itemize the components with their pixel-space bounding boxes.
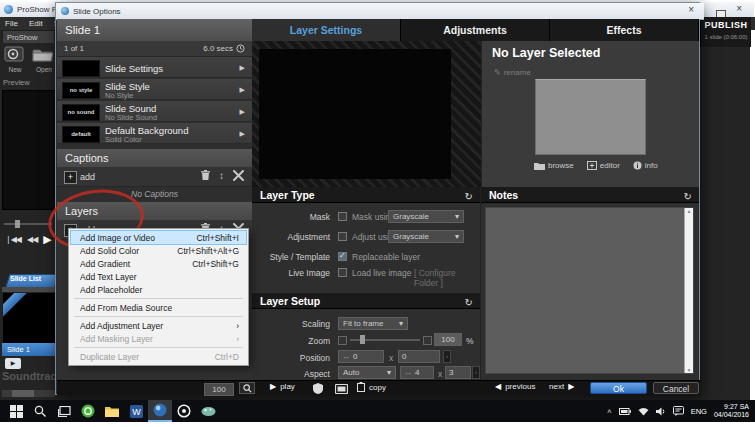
aspect-w-input[interactable]: ↔ 4	[400, 366, 434, 379]
scroll-down-icon[interactable]: ▼	[687, 367, 692, 373]
menu-item-add-text-layer[interactable]: Add Text Layer	[71, 270, 246, 283]
scrollbar-thumb[interactable]	[12, 390, 34, 397]
tray-expand-icon[interactable]: ˄	[607, 407, 612, 416]
language-indicator[interactable]: ENG	[691, 407, 707, 416]
wizard-tab[interactable]: ProShow	[2, 30, 55, 43]
previous-button[interactable]: ◀ previous	[495, 382, 535, 391]
position-stepper[interactable]: ↕	[443, 350, 451, 363]
slide-duration[interactable]: 6.0 secs	[203, 44, 233, 53]
reset-icon[interactable]: ↻	[465, 189, 473, 205]
default-background-row[interactable]: default Default Background Solid Color ▶	[57, 123, 252, 144]
rewind-button[interactable]: ◀◀	[27, 235, 37, 244]
menu-item-add-placeholder[interactable]: Add Placeholder	[71, 283, 246, 296]
mask-using-dropdown[interactable]: Grayscale ▾	[388, 210, 464, 223]
preview-scrubber[interactable]	[4, 223, 52, 225]
trash-icon[interactable]	[201, 170, 210, 181]
main-close-button[interactable]: ×	[736, 4, 742, 14]
ok-button[interactable]: Ok	[590, 382, 647, 394]
taskbar-media-app-button[interactable]	[76, 400, 100, 422]
menu-item-add-masking-layer[interactable]: Add Masking Layer ›	[71, 332, 246, 345]
slide-settings-row[interactable]: Slide Settings ▶	[57, 57, 252, 78]
aspect-dropdown[interactable]: Auto ▾	[338, 366, 396, 379]
menu-item-duplicate-layer[interactable]: Duplicate Layer Ctrl+D	[71, 350, 246, 363]
open-button[interactable]: Open	[32, 46, 56, 73]
new-button[interactable]: New	[4, 46, 26, 73]
aspect-stepper[interactable]: ↕	[472, 366, 480, 379]
taskbar-clock[interactable]: 9:27 SA 04/04/2016	[714, 403, 749, 419]
menu-file[interactable]: File	[5, 19, 18, 28]
tab-layer-settings[interactable]: Layer Settings	[252, 19, 401, 41]
position-y-input[interactable]: 0	[398, 350, 440, 363]
taskbar-search-button[interactable]	[28, 400, 52, 422]
quality-shield-icon[interactable]	[313, 383, 323, 394]
zoom-tool-button[interactable]	[239, 382, 255, 394]
cancel-button[interactable]: Cancel	[653, 382, 699, 394]
skip-back-button[interactable]: ❘◀◀	[5, 235, 21, 244]
menu-item-add-from-media-source[interactable]: Add From Media Source	[71, 301, 246, 314]
fullscreen-icon[interactable]	[335, 384, 348, 394]
timeline-scrollbar[interactable]	[2, 390, 55, 397]
dialog-close-button[interactable]: ×	[688, 5, 694, 15]
add-caption-label[interactable]: add	[80, 172, 95, 182]
add-caption-button[interactable]: +	[64, 171, 77, 184]
preview-zoom-input[interactable]: 100	[204, 383, 234, 396]
notes-scrollbar[interactable]: ▲ ▼	[684, 208, 693, 373]
taskbar-record-app-button[interactable]	[172, 400, 196, 422]
copy-button[interactable]: copy	[357, 382, 386, 392]
slide-name-bar[interactable]: Slide 1	[2, 343, 55, 356]
zoom-max-box[interactable]	[423, 336, 432, 345]
battery-icon[interactable]	[619, 407, 631, 416]
next-button[interactable]: next ▶	[549, 382, 574, 391]
menu-item-add-solid-color[interactable]: Add Solid Color Ctrl+Shift+Alt+G	[71, 244, 246, 257]
tab-effects[interactable]: Effects	[550, 19, 699, 41]
tab-adjustments[interactable]: Adjustments	[401, 19, 550, 41]
slide-style-row[interactable]: no style Slide Style No Style ▶	[57, 79, 252, 100]
scaling-dropdown[interactable]: Fit to frame ▾	[338, 317, 408, 330]
adjust-using-dropdown[interactable]: Grayscale ▾	[388, 230, 464, 243]
zoom-min-box[interactable]	[338, 336, 347, 345]
reorder-icon[interactable]: ↕	[219, 170, 224, 181]
slide-list-tab-label[interactable]: Slide List	[10, 275, 41, 282]
rename-button[interactable]: ✎ rename	[494, 68, 531, 77]
position-x-input[interactable]: ↔ 0	[338, 350, 384, 363]
info-button[interactable]: info	[633, 161, 658, 170]
browse-button[interactable]: browse	[534, 161, 574, 170]
notes-textarea[interactable]: ▲ ▼	[485, 207, 694, 374]
reset-icon[interactable]: ↻	[465, 295, 473, 311]
menu-item-add-gradient[interactable]: Add Gradient Ctrl+Shift+G	[71, 257, 246, 270]
adjustment-checkbox[interactable]	[338, 232, 347, 241]
taskbar-proshow-button[interactable]	[148, 400, 172, 422]
taskbar-word-button[interactable]: W	[124, 400, 148, 422]
menu-item-add-image-or-video[interactable]: Add Image or Video Ctrl+Shift+I	[71, 231, 246, 244]
play-button[interactable]: ▶ play	[270, 382, 295, 391]
configure-folder-link[interactable]: [ Configure Folder ]	[414, 268, 480, 288]
publish-button[interactable]: PUBLISH	[701, 20, 751, 30]
taskbar-paint-app-button[interactable]	[196, 400, 220, 422]
slide-thumbnail[interactable]	[2, 292, 57, 345]
task-view-button[interactable]	[52, 400, 76, 422]
menu-item-add-adjustment-layer[interactable]: Add Adjustment Layer ›	[71, 319, 246, 332]
dialog-titlebar[interactable]: Slide Options ×	[56, 3, 704, 20]
live-image-checkbox[interactable]	[338, 268, 347, 277]
replaceable-layer-checkbox[interactable]	[338, 252, 347, 261]
start-button[interactable]	[4, 400, 28, 422]
file-explorer-button[interactable]	[100, 400, 124, 422]
wifi-icon[interactable]	[638, 407, 649, 416]
menu-edit[interactable]: Edit	[29, 19, 43, 28]
slide-play-button[interactable]: ▶	[5, 358, 21, 369]
zoom-slider-thumb[interactable]	[360, 335, 365, 344]
editor-button[interactable]: editor	[587, 161, 620, 170]
volume-icon[interactable]	[656, 407, 666, 416]
scroll-up-icon[interactable]: ▲	[687, 208, 692, 214]
notification-icon[interactable]	[673, 406, 684, 416]
mask-checkbox[interactable]	[338, 212, 347, 221]
preview-canvas[interactable]	[259, 49, 451, 179]
reset-icon[interactable]: ↻	[684, 189, 692, 205]
aspect-h-input[interactable]: 3	[445, 366, 471, 379]
scrubber-thumb[interactable]	[15, 220, 20, 228]
zoom-value-input[interactable]: 100	[434, 333, 462, 346]
slide-sound-row[interactable]: no sound Slide Sound No Slide Sound ▶	[57, 101, 252, 122]
tools-icon[interactable]	[233, 170, 244, 181]
play-preview-button[interactable]: ▶	[43, 233, 50, 246]
zoom-slider[interactable]	[350, 339, 420, 341]
